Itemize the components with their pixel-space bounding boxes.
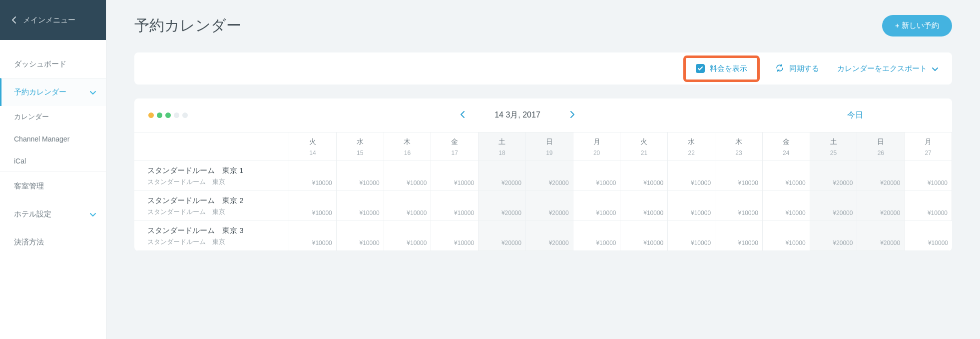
price-cell[interactable]: ¥10000: [384, 191, 432, 221]
day-number: 19: [526, 150, 573, 156]
sidebar-back-label: メインメニュー: [23, 16, 75, 25]
calendar-header: 14 3月, 2017 今日: [134, 98, 952, 132]
price-cell[interactable]: ¥10000: [337, 161, 384, 191]
nav-label: Channel Manager: [14, 135, 69, 143]
nav-booking-calendar[interactable]: 予約カレンダー: [0, 78, 106, 106]
price-cell[interactable]: ¥10000: [573, 161, 621, 191]
price-cell[interactable]: ¥10000: [905, 161, 952, 191]
calendar-panel: 14 3月, 2017 今日 火14水15木16金17土18日19月20火21水…: [134, 98, 952, 251]
price-cell[interactable]: ¥10000: [715, 161, 763, 191]
day-number: 18: [479, 150, 525, 156]
price-cell[interactable]: ¥10000: [384, 221, 432, 251]
today-button[interactable]: 今日: [847, 110, 863, 120]
nav-room-manage[interactable]: 客室管理: [0, 172, 106, 200]
day-number: 26: [857, 150, 904, 156]
day-header: 金17: [431, 132, 479, 161]
price-cell[interactable]: ¥10000: [289, 161, 337, 191]
price-cell[interactable]: ¥10000: [905, 221, 952, 251]
price-cell[interactable]: ¥10000: [337, 191, 384, 221]
price-cell[interactable]: ¥20000: [857, 221, 905, 251]
price-cell[interactable]: ¥20000: [810, 191, 858, 221]
day-number: 20: [573, 150, 620, 156]
day-of-week: 木: [384, 138, 431, 146]
price-cell[interactable]: ¥10000: [431, 161, 479, 191]
price-cell[interactable]: ¥10000: [337, 221, 384, 251]
sync-button[interactable]: 同期する: [775, 64, 819, 74]
price-cell[interactable]: ¥10000: [715, 191, 763, 221]
nav-sub-channel-manager[interactable]: Channel Manager: [0, 128, 106, 150]
nav-label: 決済方法: [14, 238, 44, 247]
price-cell[interactable]: ¥10000: [715, 221, 763, 251]
prev-button[interactable]: [461, 111, 465, 120]
price-cell[interactable]: ¥10000: [289, 221, 337, 251]
price-cell[interactable]: ¥20000: [526, 221, 573, 251]
day-of-week: 日: [526, 138, 573, 146]
main: 予約カレンダー + 新しい予約 料金を表示 同期する カレンダーをエクスポート: [106, 0, 980, 339]
day-header: 木23: [715, 132, 763, 161]
price-cell[interactable]: ¥10000: [620, 191, 668, 221]
price-cell[interactable]: ¥10000: [620, 161, 668, 191]
status-dot: [182, 112, 188, 118]
nav-dashboard[interactable]: ダッシュボード: [0, 50, 106, 78]
new-booking-button[interactable]: + 新しい予約: [882, 15, 952, 36]
day-header: 日19: [526, 132, 573, 161]
price-cell[interactable]: ¥20000: [479, 161, 526, 191]
day-of-week: 土: [479, 138, 525, 146]
checkbox-checked-icon: [696, 64, 705, 73]
nav-label: カレンダー: [14, 112, 49, 122]
price-cell[interactable]: ¥10000: [905, 191, 952, 221]
room-name: スタンダードルーム 東京 1: [147, 166, 289, 176]
nav-sub-ical[interactable]: iCal: [0, 150, 106, 172]
price-cell[interactable]: ¥20000: [526, 191, 573, 221]
day-header: 土25: [810, 132, 858, 161]
price-cell[interactable]: ¥20000: [526, 161, 573, 191]
status-dots: [148, 112, 188, 118]
export-calendar-button[interactable]: カレンダーをエクスポート: [837, 64, 938, 74]
day-number: 16: [384, 150, 431, 156]
price-cell[interactable]: ¥10000: [763, 191, 810, 221]
room-cell[interactable]: スタンダードルーム 東京 3スタンダードルーム 東京: [134, 221, 289, 251]
next-button[interactable]: [570, 111, 574, 120]
price-cell[interactable]: ¥10000: [763, 161, 810, 191]
nav-payment[interactable]: 決済方法: [0, 228, 106, 256]
price-cell[interactable]: ¥10000: [573, 191, 621, 221]
nav-sub-calendar[interactable]: カレンダー: [0, 106, 106, 128]
nav-label: iCal: [14, 157, 26, 165]
price-cell[interactable]: ¥10000: [668, 161, 715, 191]
day-header: 金24: [763, 132, 810, 161]
price-cell[interactable]: ¥20000: [810, 161, 858, 191]
price-cell[interactable]: ¥20000: [857, 191, 905, 221]
chevron-left-icon: [12, 16, 16, 24]
price-cell[interactable]: ¥10000: [384, 161, 432, 191]
page-header: 予約カレンダー + 新しい予約: [134, 15, 952, 36]
day-of-week: 日: [857, 138, 904, 146]
price-cell[interactable]: ¥20000: [479, 191, 526, 221]
day-number: 21: [620, 150, 667, 156]
price-cell[interactable]: ¥20000: [479, 221, 526, 251]
price-cell[interactable]: ¥10000: [620, 221, 668, 251]
price-cell[interactable]: ¥10000: [289, 191, 337, 221]
price-cell[interactable]: ¥10000: [431, 191, 479, 221]
day-of-week: 木: [715, 138, 762, 146]
day-header: 火14: [289, 132, 337, 161]
price-cell[interactable]: ¥20000: [810, 221, 858, 251]
price-cell[interactable]: ¥10000: [668, 191, 715, 221]
status-dot: [174, 112, 179, 118]
toggle-show-rates[interactable]: 料金を表示: [686, 58, 757, 80]
room-cell[interactable]: スタンダードルーム 東京 2スタンダードルーム 東京: [134, 191, 289, 221]
room-cell[interactable]: スタンダードルーム 東京 1スタンダードルーム 東京: [134, 161, 289, 191]
price-cell[interactable]: ¥10000: [763, 221, 810, 251]
day-of-week: 火: [289, 138, 336, 146]
price-cell[interactable]: ¥10000: [431, 221, 479, 251]
price-cell[interactable]: ¥10000: [573, 221, 621, 251]
price-cell[interactable]: ¥10000: [668, 221, 715, 251]
price-cell[interactable]: ¥20000: [857, 161, 905, 191]
chevron-down-icon: [90, 88, 96, 96]
page-title: 予約カレンダー: [134, 16, 241, 36]
day-number: 22: [668, 150, 715, 156]
sidebar-back[interactable]: メインメニュー: [0, 0, 106, 40]
nav-label: 予約カレンダー: [14, 88, 66, 97]
day-number: 14: [289, 150, 336, 156]
room-name: スタンダードルーム 東京 2: [147, 196, 289, 206]
nav-hotel-settings[interactable]: ホテル設定: [0, 200, 106, 228]
